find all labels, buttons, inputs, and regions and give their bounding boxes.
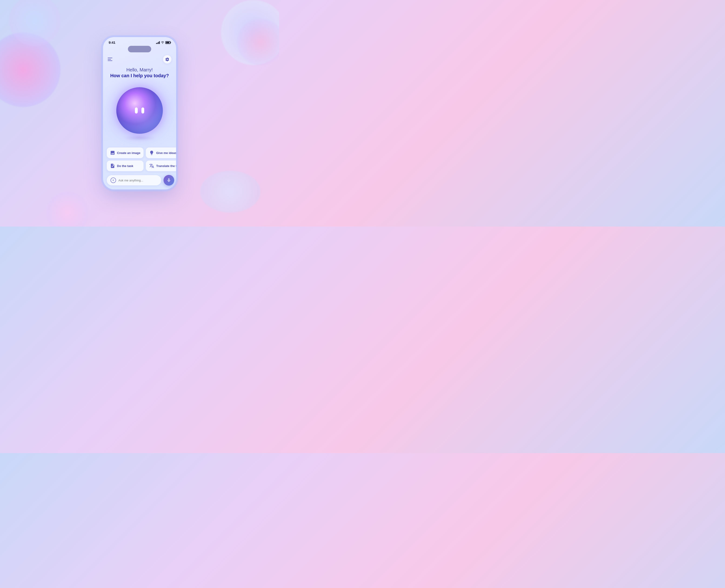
- top-bar: [107, 53, 172, 65]
- quick-actions-grid: Create an image Give me ideas Do the tas…: [107, 146, 172, 173]
- image-icon: [110, 150, 115, 155]
- signal-bars: [156, 41, 160, 44]
- task-icon: [110, 163, 115, 168]
- dynamic-island: [128, 46, 151, 52]
- input-container: +: [107, 175, 161, 185]
- menu-button[interactable]: [108, 55, 116, 63]
- background-blob-6: [46, 192, 88, 227]
- translate-button[interactable]: Translate the text: [146, 161, 177, 171]
- status-bar: 9:41: [103, 37, 176, 46]
- gear-icon: [165, 57, 169, 61]
- mic-button[interactable]: [164, 175, 174, 186]
- app-content: Hello, Marry! How can I help you today? …: [103, 53, 176, 189]
- ai-orb[interactable]: [116, 87, 163, 134]
- phone-screen: 9:41: [102, 37, 177, 190]
- orb-eye-right: [142, 107, 144, 113]
- settings-button[interactable]: [163, 55, 171, 63]
- translate-label: Translate the text: [156, 164, 177, 168]
- give-ideas-label: Give me ideas: [156, 151, 176, 155]
- do-task-button[interactable]: Do the task: [107, 161, 144, 171]
- greeting-hello: Hello, Marry!: [107, 67, 172, 72]
- greeting-section: Hello, Marry! How can I help you today?: [107, 65, 172, 79]
- lightbulb-icon: [149, 150, 154, 155]
- mic-icon: [167, 178, 171, 183]
- wifi-icon: [161, 41, 164, 44]
- battery-icon: [165, 41, 170, 44]
- give-ideas-button[interactable]: Give me ideas: [146, 147, 177, 158]
- greeting-subtitle: How can I help you today?: [107, 73, 172, 78]
- plus-button[interactable]: +: [110, 177, 116, 183]
- translate-icon: [149, 163, 154, 168]
- orb-shadow: [123, 135, 156, 140]
- input-bar: +: [107, 173, 172, 189]
- background-blob-5: [200, 171, 260, 213]
- status-time: 9:41: [109, 40, 115, 44]
- create-image-label: Create an image: [117, 151, 140, 155]
- chat-input[interactable]: [119, 178, 157, 182]
- phone-mockup: 9:41: [102, 37, 177, 190]
- create-image-button[interactable]: Create an image: [107, 147, 144, 158]
- orb-container: [107, 79, 172, 146]
- do-task-label: Do the task: [117, 164, 133, 168]
- status-icons: [156, 41, 171, 44]
- orb-eye-left: [135, 107, 138, 113]
